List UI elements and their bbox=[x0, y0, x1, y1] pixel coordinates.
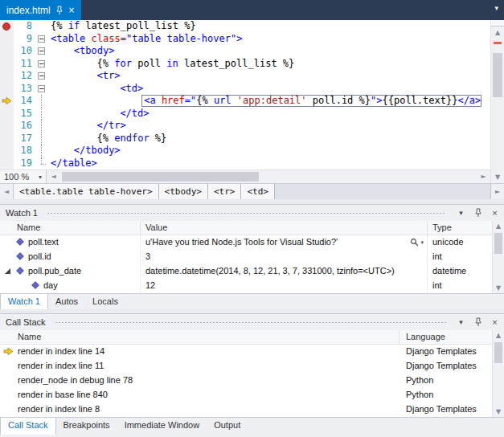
callstack-frame[interactable]: render in index line 14Django Templates bbox=[0, 345, 504, 359]
pin-icon[interactable] bbox=[472, 317, 484, 329]
indicator-margin[interactable] bbox=[0, 83, 14, 96]
horizontal-scroll-track[interactable] bbox=[60, 170, 477, 183]
indicator-margin[interactable] bbox=[0, 58, 14, 71]
scroll-down-icon[interactable]: ▼ bbox=[493, 283, 504, 293]
breadcrumb-segment[interactable]: <td> bbox=[241, 184, 275, 199]
fold-margin[interactable] bbox=[35, 108, 49, 120]
fold-margin[interactable] bbox=[35, 133, 49, 145]
scroll-up-icon[interactable]: ▲ bbox=[491, 27, 504, 39]
fold-margin[interactable] bbox=[35, 20, 49, 33]
callstack-frame[interactable]: render in index line 11Django Templates bbox=[0, 359, 504, 374]
tab-autos[interactable]: Autos bbox=[48, 294, 85, 309]
column-header-language[interactable]: Language bbox=[400, 330, 504, 344]
watch-row[interactable]: poll.pub_datedatetime.datetime(2014, 8, … bbox=[0, 264, 504, 279]
scroll-down-icon[interactable]: ▼ bbox=[491, 171, 504, 183]
column-header-name[interactable]: Name bbox=[0, 221, 141, 235]
breadcrumb-segment[interactable]: <tbody> bbox=[159, 184, 208, 199]
breadcrumb-segment[interactable]: <table.table table-hover> bbox=[14, 184, 159, 199]
fold-margin[interactable] bbox=[35, 157, 49, 170]
watch-row[interactable]: poll.textu'Have you tried Node.js Tools … bbox=[0, 235, 504, 250]
indicator-margin[interactable] bbox=[0, 70, 14, 83]
vertical-scroll-thumb[interactable] bbox=[493, 53, 502, 97]
editor-vertical-scrollbar[interactable]: ▲ ▼ bbox=[490, 20, 504, 183]
indicator-margin[interactable] bbox=[0, 133, 14, 145]
fold-margin[interactable] bbox=[35, 95, 49, 108]
tab-immediate-window[interactable]: Immediate Window bbox=[117, 418, 207, 435]
document-tab-index-html[interactable]: index.html × bbox=[0, 0, 81, 20]
line-number: 11 bbox=[14, 58, 35, 71]
callstack-frame[interactable]: render in index line 8Django Templates bbox=[0, 402, 504, 417]
pin-icon[interactable] bbox=[472, 207, 484, 219]
editor-line: 13−<td> bbox=[0, 83, 490, 96]
callstack-vertical-scrollbar[interactable]: ▲ ▼ bbox=[492, 330, 504, 417]
callstack-frame[interactable]: render_node in debug line 78Python bbox=[0, 374, 504, 388]
callstack-scroll-thumb[interactable] bbox=[494, 342, 502, 363]
watch-rows: poll.textu'Have you tried Node.js Tools … bbox=[0, 235, 504, 293]
breadcrumb-left-icon[interactable]: ◄ bbox=[0, 184, 14, 199]
fold-margin[interactable] bbox=[35, 145, 49, 157]
tab-list-chevron-down-icon[interactable]: ▾ bbox=[494, 4, 498, 12]
code-token: latest_poll_list %} bbox=[80, 20, 196, 31]
tab-watch-1[interactable]: Watch 1 bbox=[0, 294, 48, 309]
scroll-down-icon[interactable]: ▼ bbox=[493, 406, 504, 417]
fold-margin[interactable]: − bbox=[35, 45, 49, 58]
watch-row[interactable]: day12int bbox=[0, 279, 504, 293]
expander-expanded-icon[interactable] bbox=[5, 268, 10, 274]
watch-title-bar[interactable]: Watch 1 ▾ × bbox=[0, 205, 504, 221]
fold-collapse-icon[interactable]: − bbox=[38, 85, 45, 92]
fold-margin[interactable]: − bbox=[35, 70, 49, 83]
close-icon[interactable]: × bbox=[489, 207, 501, 219]
scroll-up-icon[interactable]: ▲ bbox=[493, 330, 504, 341]
window-menu-chevron-down-icon[interactable]: ▾ bbox=[455, 317, 467, 329]
fold-collapse-icon[interactable]: − bbox=[38, 47, 45, 55]
close-icon[interactable]: × bbox=[68, 6, 75, 14]
code-token: {% bbox=[97, 133, 115, 144]
callstack-scroll-track[interactable] bbox=[493, 341, 504, 406]
fold-margin[interactable]: − bbox=[35, 83, 49, 96]
watch-row[interactable]: poll.id3int bbox=[0, 250, 504, 264]
window-menu-chevron-down-icon[interactable]: ▾ bbox=[455, 207, 467, 219]
callstack-frame[interactable]: render in base line 840Python bbox=[0, 388, 504, 402]
breakpoint-icon[interactable] bbox=[2, 22, 10, 31]
indicator-margin[interactable] bbox=[0, 20, 14, 33]
scroll-left-icon[interactable]: ◄ bbox=[47, 170, 60, 183]
breadcrumb-right-icon[interactable]: ► bbox=[490, 184, 504, 199]
fold-collapse-icon[interactable]: − bbox=[38, 72, 45, 80]
watch-scroll-thumb[interactable] bbox=[494, 233, 502, 254]
tab-breakpoints[interactable]: Breakpoints bbox=[56, 418, 117, 435]
text-visualizer-control[interactable]: ▾ bbox=[410, 238, 424, 247]
tab-output[interactable]: Output bbox=[207, 418, 248, 435]
breadcrumb-segment[interactable]: <tr> bbox=[208, 184, 242, 199]
chevron-down-icon[interactable]: ▾ bbox=[420, 239, 424, 246]
fold-collapse-icon[interactable]: − bbox=[38, 35, 45, 43]
tab-call-stack[interactable]: Call Stack bbox=[0, 418, 56, 435]
indicator-margin[interactable] bbox=[0, 95, 14, 108]
vertical-scroll-track[interactable] bbox=[491, 39, 504, 171]
indicator-margin[interactable] bbox=[0, 33, 14, 46]
indicator-margin[interactable] bbox=[0, 120, 14, 133]
column-header-name[interactable]: Name bbox=[0, 330, 400, 344]
code-editor[interactable]: 8{% if latest_poll_list %}9−<table class… bbox=[0, 20, 490, 169]
scroll-right-icon[interactable]: ► bbox=[477, 170, 490, 183]
horizontal-scroll-thumb[interactable] bbox=[62, 172, 259, 182]
fold-collapse-icon[interactable]: − bbox=[38, 60, 45, 67]
close-icon[interactable]: × bbox=[489, 317, 501, 329]
fold-margin[interactable] bbox=[35, 120, 49, 133]
scroll-up-icon[interactable]: ▲ bbox=[493, 221, 504, 231]
indicator-margin[interactable] bbox=[0, 145, 14, 157]
column-header-value[interactable]: Value bbox=[141, 221, 428, 235]
watch-grid-header: Name Value Type bbox=[0, 221, 504, 235]
zoom-control[interactable]: 100 % ▾ bbox=[0, 170, 47, 183]
indicator-margin[interactable] bbox=[0, 45, 14, 58]
indicator-margin[interactable] bbox=[0, 157, 14, 170]
splitter-grip[interactable] bbox=[491, 20, 504, 27]
indicator-margin[interactable] bbox=[0, 108, 14, 120]
fold-margin[interactable]: − bbox=[35, 33, 49, 46]
fold-margin[interactable]: − bbox=[35, 58, 49, 71]
watch-panel: Watch 1 ▾ × Name Value Type poll.textu'H… bbox=[0, 204, 504, 308]
tab-locals[interactable]: Locals bbox=[85, 294, 125, 309]
watch-vertical-scrollbar[interactable]: ▲ ▼ bbox=[492, 221, 504, 293]
pin-icon[interactable] bbox=[56, 6, 63, 15]
watch-scroll-track[interactable] bbox=[493, 231, 504, 283]
callstack-title-bar[interactable]: Call Stack ▾ × bbox=[0, 314, 504, 330]
